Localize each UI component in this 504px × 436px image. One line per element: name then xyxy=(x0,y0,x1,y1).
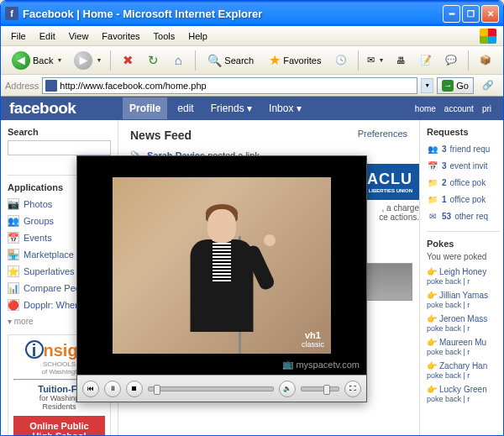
poke-item: 👉Jillian Yamaspoke back | r xyxy=(427,288,500,312)
refresh-icon: ↻ xyxy=(148,53,159,68)
poke-item: 👉Zachary Hanpoke back | r xyxy=(427,359,500,382)
close-button[interactable]: ✕ xyxy=(481,5,499,23)
titlebar[interactable]: f Facebook | Home - Microsoft Internet E… xyxy=(1,1,503,26)
windows-flag-icon xyxy=(480,29,496,44)
go-button[interactable]: → Go xyxy=(437,77,474,94)
back-icon: ◄ xyxy=(12,51,30,70)
nav-home[interactable]: home xyxy=(412,102,439,116)
poke-item: 👉Lucky Greenpoke back | r xyxy=(427,382,500,406)
print-button[interactable]: 🖶 xyxy=(390,50,412,71)
history-button[interactable]: 🕓 xyxy=(330,50,352,71)
fullscreen-button[interactable]: ⛶ xyxy=(344,381,361,397)
poke-name[interactable]: Jeroen Mass xyxy=(439,314,487,323)
fb-search-input[interactable] xyxy=(8,140,111,155)
poke-actions[interactable]: poke back | r xyxy=(427,395,470,403)
go-label: Go xyxy=(456,81,469,91)
links-button[interactable]: 🔗 xyxy=(477,75,499,97)
poke-name[interactable]: Lucky Green xyxy=(439,385,487,394)
seek-thumb[interactable] xyxy=(154,385,160,395)
poke-actions[interactable]: poke back | r xyxy=(427,324,470,333)
address-dropdown[interactable]: ▼ xyxy=(421,78,433,93)
fb-right-sidebar: Requests 👥3 friend requ 📅3 event invit 📁… xyxy=(419,120,503,435)
video-content[interactable]: vh1 classic 📺 myspacetv.com xyxy=(77,156,366,375)
requests-list: 👥3 friend requ 📅3 event invit 📁2 office … xyxy=(427,140,500,224)
request-other[interactable]: ✉53 other req xyxy=(427,207,500,224)
menubar: File Edit View Favorites Tools Help xyxy=(1,26,503,46)
poke-icon: 👉 xyxy=(427,314,437,323)
address-input[interactable] xyxy=(60,81,414,91)
request-office-2[interactable]: 📁1 office pok xyxy=(427,191,500,207)
poke-actions[interactable]: poke back | r xyxy=(427,277,470,286)
extra-button[interactable]: 📦 xyxy=(475,50,496,71)
office-icon: 📁 xyxy=(427,176,438,188)
fb-nav: Profile edit Friends ▾ Inbox ▾ xyxy=(123,97,308,119)
refresh-button[interactable]: ↻ xyxy=(142,50,164,71)
nav-edit[interactable]: edit xyxy=(171,97,200,119)
fb-logo[interactable]: facebook xyxy=(9,99,123,118)
poke-icon: 👉 xyxy=(427,361,437,370)
minimize-button[interactable]: ━ xyxy=(443,5,460,23)
poke-actions[interactable]: poke back | r xyxy=(427,348,470,356)
request-friend[interactable]: 👥3 friend requ xyxy=(427,140,500,157)
menu-file[interactable]: File xyxy=(4,29,33,44)
poke-name[interactable]: Leigh Honey xyxy=(439,267,486,276)
discuss-button[interactable]: 💬 xyxy=(440,50,462,71)
poke-actions[interactable]: poke back | r xyxy=(427,371,470,380)
nav-privacy[interactable]: pri xyxy=(479,102,495,116)
pokes-list: 👉Leigh Honeypoke back | r 👉Jillian Yamas… xyxy=(427,265,500,406)
video-player[interactable]: vh1 classic 📺 myspacetv.com ⏮ ⏸ ⏹ 🔈 ⛶ xyxy=(76,155,367,402)
newsfeed-title: News Feed xyxy=(130,129,192,142)
nav-friends[interactable]: Friends ▾ xyxy=(204,97,259,119)
events-icon: 📅 xyxy=(8,232,19,244)
video-controls: ⏮ ⏸ ⏹ 🔈 ⛶ xyxy=(77,375,366,402)
photos-icon: 📷 xyxy=(8,198,19,210)
menu-tools[interactable]: Tools xyxy=(147,29,182,44)
menu-favorites[interactable]: Favorites xyxy=(95,29,146,44)
address-input-wrap[interactable] xyxy=(42,77,417,94)
search-button[interactable]: 🔍 Search xyxy=(202,50,260,71)
singer-figure xyxy=(171,202,272,354)
request-office-1[interactable]: 📁2 office pok xyxy=(427,174,500,191)
edit-icon: 📝 xyxy=(420,55,432,66)
forward-button[interactable]: ► ▼ xyxy=(71,50,104,71)
ad-red-box: Online Public High School xyxy=(13,416,105,435)
menu-view[interactable]: View xyxy=(62,29,96,44)
request-event[interactable]: 📅3 event invit xyxy=(427,157,500,174)
poke-name[interactable]: Jillian Yamas xyxy=(439,291,488,300)
edit-button[interactable]: 📝 xyxy=(415,50,437,71)
thumbnail-1[interactable] xyxy=(362,263,412,301)
mail-button[interactable]: ✉▼ xyxy=(365,50,386,71)
home-button[interactable]: ⌂ xyxy=(167,50,189,71)
marketplace-icon: 🏪 xyxy=(8,249,19,260)
pause-button[interactable]: ⏸ xyxy=(104,381,121,397)
back-button[interactable]: ◄ Back ▼ xyxy=(6,50,68,71)
go-icon: → xyxy=(442,80,454,92)
poke-name[interactable]: Zachary Han xyxy=(439,361,487,370)
volume-bar[interactable] xyxy=(301,386,339,391)
stop-button[interactable]: ✖ xyxy=(117,50,139,71)
poked-text: You were poked xyxy=(427,252,500,261)
seek-bar[interactable] xyxy=(148,386,274,391)
menu-help[interactable]: Help xyxy=(181,29,214,44)
prev-button[interactable]: ⏮ xyxy=(82,381,99,397)
address-label: Address xyxy=(5,81,39,91)
favorites-button[interactable]: ★ Favorites xyxy=(263,50,327,71)
stop-button[interactable]: ⏹ xyxy=(126,381,143,397)
volume-thumb[interactable] xyxy=(323,385,330,395)
extra-icon: 📦 xyxy=(480,55,491,66)
nav-profile[interactable]: Profile xyxy=(123,97,167,119)
back-dropdown-icon: ▼ xyxy=(56,57,62,63)
volume-button[interactable]: 🔈 xyxy=(279,381,296,397)
poke-actions[interactable]: poke back | r xyxy=(427,301,470,309)
friend-icon: 👥 xyxy=(427,143,438,155)
nav-account[interactable]: account xyxy=(441,102,477,116)
nav-inbox[interactable]: Inbox ▾ xyxy=(262,97,308,119)
preferences-link[interactable]: Preferences xyxy=(358,129,407,142)
poke-name[interactable]: Maureen Mu xyxy=(439,338,486,347)
menu-edit[interactable]: Edit xyxy=(33,29,62,44)
groups-icon: 👥 xyxy=(8,215,19,227)
toolbar: ◄ Back ▼ ► ▼ ✖ ↻ ⌂ 🔍 Search ★ Favorites … xyxy=(1,46,503,75)
poke-icon: 👉 xyxy=(427,338,437,347)
separator xyxy=(358,50,359,71)
maximize-button[interactable]: ❐ xyxy=(462,5,480,23)
